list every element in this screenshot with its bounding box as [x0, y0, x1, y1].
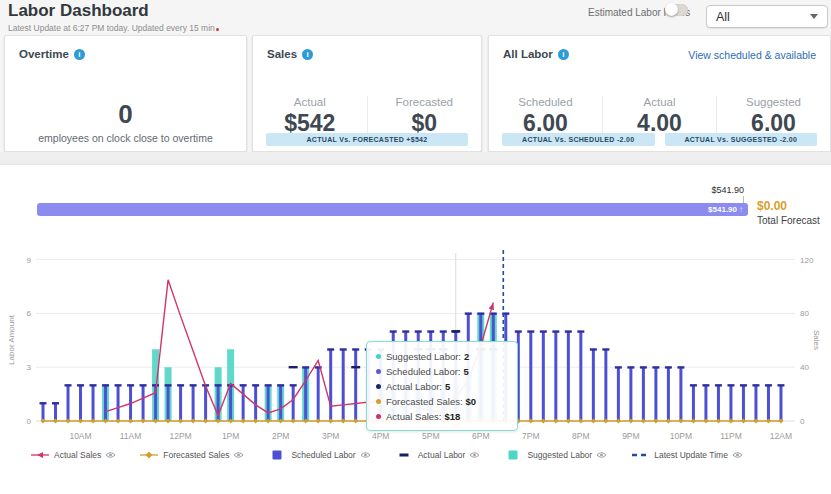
x-axis-tick: 4PM: [372, 431, 389, 441]
scheduled-bar-cap: [277, 384, 284, 386]
scheduled-bar-cap: [702, 384, 709, 386]
sales-card: Salesi Actual $542 Forecasted $0 ACTUAL …: [252, 35, 482, 152]
tooltip-row: Forecasted Sales:$0: [376, 394, 508, 409]
left-axis-tick: 0: [27, 417, 32, 426]
eye-icon[interactable]: [469, 451, 480, 459]
scheduled-bar: [192, 385, 195, 421]
scheduled-bar: [267, 385, 270, 421]
info-icon[interactable]: i: [558, 49, 569, 60]
filter-dropdown[interactable]: All: [706, 5, 828, 28]
scheduled-bar: [642, 367, 645, 421]
labor-suggested-col: Suggested 6.00: [716, 96, 830, 137]
scheduled-bar-cap: [565, 330, 572, 332]
legend-label: Forecasted Sales: [163, 450, 229, 460]
legend-item-forecasted-sales[interactable]: Forecasted Sales: [139, 450, 244, 460]
scheduled-bar-cap: [652, 366, 659, 368]
dashed-line-marker: [630, 450, 650, 460]
total-forecast-value: $0.00: [757, 199, 787, 213]
actual-labor-dash: [351, 366, 360, 368]
sales-forecasted-col: Forecasted $0: [367, 96, 482, 137]
scheduled-bar: [142, 385, 145, 421]
scheduled-bar: [767, 385, 770, 421]
forecast-point: [603, 419, 608, 424]
scheduled-bar-cap: [590, 348, 597, 350]
eye-icon[interactable]: [596, 451, 607, 459]
x-axis-tick: 10AM: [69, 431, 91, 441]
scheduled-bar: [304, 367, 307, 421]
scheduled-bar: [629, 367, 632, 421]
forecast-point: [341, 419, 346, 424]
info-icon[interactable]: i: [74, 49, 85, 60]
scheduled-bar-cap: [190, 384, 197, 386]
arrow-line-marker: [30, 450, 50, 460]
tooltip-value: 2: [464, 351, 469, 362]
scheduled-bar: [579, 331, 582, 421]
legend-label: Actual Sales: [54, 450, 101, 460]
view-scheduled-available-link[interactable]: View scheduled & available: [688, 49, 816, 61]
legend-label: Actual Labor: [418, 450, 466, 460]
tooltip-bullet: [376, 384, 381, 389]
legend-item-latest-update-time[interactable]: Latest Update Time: [630, 450, 743, 460]
forecast-point: [328, 419, 333, 424]
scheduled-bar-cap: [140, 384, 147, 386]
forecast-point: [628, 419, 633, 424]
forecast-point: [704, 419, 709, 424]
eye-icon[interactable]: [732, 451, 743, 459]
legend-item-actual-labor[interactable]: Actual Labor: [394, 450, 481, 460]
scheduled-bar-cap: [640, 366, 647, 368]
legend-item-suggested-labor[interactable]: Suggested Labor: [503, 450, 607, 460]
legend-item-scheduled-labor[interactable]: Scheduled Labor: [267, 450, 370, 460]
forecast-point: [541, 419, 546, 424]
scheduled-bar: [279, 385, 282, 421]
info-icon[interactable]: i: [302, 49, 313, 60]
scheduled-bar-cap: [690, 384, 697, 386]
tooltip-row: Scheduled Labor:5: [376, 364, 508, 379]
forecast-point: [616, 419, 621, 424]
scheduled-bar-cap: [677, 366, 684, 368]
dash-marker: [394, 450, 414, 460]
forecast-point: [716, 419, 721, 424]
forecast-point: [653, 419, 658, 424]
scheduled-bar: [229, 385, 232, 421]
scheduled-bar-cap: [290, 384, 297, 386]
left-axis-tick: 3: [27, 363, 32, 372]
scheduled-bar: [329, 349, 332, 421]
x-axis-tick: 11PM: [720, 431, 742, 441]
scheduled-bar-cap: [415, 330, 422, 332]
right-axis-title: Sales: [812, 330, 821, 350]
forecast-point: [553, 419, 558, 424]
tooltip-bullet: [376, 399, 381, 404]
scheduled-bar-cap: [440, 330, 447, 332]
sales-card-title: Salesi: [267, 48, 313, 60]
eye-icon[interactable]: [360, 451, 371, 459]
scheduled-bar-cap: [390, 330, 397, 332]
forecast-point: [191, 419, 196, 424]
estimated-labor-hours-toggle[interactable]: [665, 4, 688, 16]
scheduled-bar-cap: [665, 366, 672, 368]
scheduled-bar-cap: [602, 348, 609, 350]
x-axis-tick: 1PM: [222, 431, 239, 441]
eye-icon[interactable]: [233, 451, 244, 459]
x-axis-tick: 8PM: [572, 431, 589, 441]
scheduled-bar-cap: [302, 366, 309, 368]
tooltip-value: 5: [445, 381, 450, 392]
scheduled-bar-cap: [90, 384, 97, 386]
legend-label: Latest Update Time: [654, 450, 728, 460]
x-axis-tick: 7PM: [522, 431, 539, 441]
labor-scheduled-badge: ACTUAL Vs. SCHEDULED -2.00: [502, 133, 655, 146]
eye-icon[interactable]: [105, 451, 116, 459]
tooltip-label: Scheduled Labor:: [386, 366, 460, 377]
scheduled-bar: [242, 385, 245, 421]
chevron-down-icon: [810, 14, 818, 19]
forecast-point: [291, 419, 296, 424]
tooltip-row: Actual Sales:$18: [376, 409, 508, 424]
right-axis-tick: 0: [800, 417, 805, 426]
scheduled-bar: [592, 349, 595, 421]
x-axis-tick: 11AM: [120, 431, 142, 441]
forecast-bar-top-label: $541.90: [0, 185, 744, 195]
scheduled-bar-cap: [327, 348, 334, 350]
forecast-point: [241, 419, 246, 424]
labor-suggested-label: Suggested: [717, 96, 830, 108]
legend-item-actual-sales[interactable]: Actual Sales: [30, 450, 116, 460]
scheduled-bar: [542, 331, 545, 421]
